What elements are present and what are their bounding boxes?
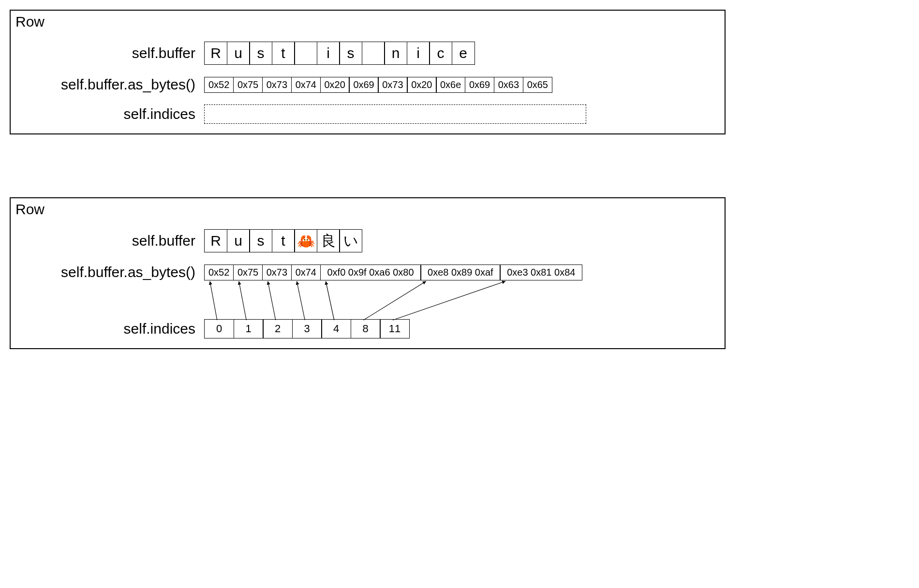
char-cell: R [204,229,227,252]
label-indices: self.indices [15,106,204,122]
buffer-line: self.buffer Rust🦀良い [15,229,720,252]
label-buffer: self.buffer [15,233,204,249]
row-diagram-1: Row self.buffer Rust is nice self.buffer… [10,10,726,134]
bytes-cells: 0x520x750x730x740xf0 0x9f 0xa6 0x800xe8 … [204,265,582,280]
svg-line-6 [393,281,505,321]
indices-line: self.indices [15,104,720,124]
row-title: Row [15,201,720,218]
index-cell: 8 [351,319,381,338]
byte-cell: 0x75 [233,77,263,93]
char-cell: い [339,229,362,252]
byte-cell: 0x63 [494,77,523,93]
char-cell: n [384,42,407,65]
buffer-cells: Rust is nice [204,42,475,65]
byte-cell: 0x65 [523,77,552,93]
byte-cell: 0xe3 0x81 0x84 [500,265,582,280]
byte-cell: 0x74 [291,77,321,93]
char-cell: i [317,42,340,65]
index-cell: 0 [204,319,234,338]
index-cell: 11 [380,319,410,338]
byte-cell: 0x52 [204,77,234,93]
indices-line: self.indices 01234811 [15,319,720,338]
byte-cell: 0x20 [320,77,350,93]
index-cell: 3 [292,319,322,338]
char-cell: t [272,229,295,252]
index-cell: 4 [321,319,351,338]
byte-cell: 0xe8 0x89 0xaf [420,265,501,280]
row-title: Row [15,14,720,30]
char-cell: 良 [317,229,340,252]
byte-cell: 0x73 [378,77,407,93]
char-cell: u [227,229,250,252]
byte-cell: 0xf0 0x9f 0xa6 0x80 [320,265,421,280]
byte-cell: 0x74 [291,265,321,280]
buffer-cells: Rust🦀良い [204,229,362,252]
byte-cell: 0x69 [465,77,494,93]
bytes-line: self.buffer.as_bytes() 0x520x750x730x740… [15,76,720,93]
buffer-line: self.buffer Rust is nice [15,42,720,65]
char-cell: s [249,229,272,252]
byte-cell: 0x6e [436,77,465,93]
byte-cell: 0x52 [204,265,234,280]
char-cell [294,42,317,65]
label-indices: self.indices [15,321,204,337]
svg-line-4 [326,281,334,321]
char-cell: c [429,42,452,65]
bytes-cells: 0x520x750x730x740x200x690x730x200x6e0x69… [204,77,552,93]
char-cell: t [272,42,295,65]
char-cell: s [339,42,362,65]
byte-cell: 0x69 [349,77,378,93]
bytes-line: self.buffer.as_bytes() 0x520x750x730x740… [15,264,720,280]
svg-line-0 [210,281,217,321]
label-bytes: self.buffer.as_bytes() [15,264,204,280]
index-cell: 1 [234,319,264,338]
byte-cell: 0x20 [407,77,436,93]
byte-cell: 0x73 [262,77,292,93]
char-cell: i [407,42,430,65]
label-buffer: self.buffer [15,45,204,61]
svg-line-2 [268,281,276,321]
char-cell: s [249,42,272,65]
svg-line-5 [363,281,426,321]
index-cell: 2 [263,319,293,338]
char-cell: 🦀 [294,229,317,252]
indices-cells: 01234811 [204,319,410,338]
indices-empty [204,104,586,124]
svg-line-3 [297,281,305,321]
byte-cell: 0x73 [262,265,292,280]
label-bytes: self.buffer.as_bytes() [15,76,204,93]
svg-line-1 [239,281,246,321]
char-cell: u [227,42,250,65]
char-cell: e [452,42,475,65]
row-diagram-2: Row self.buffer Rust🦀良い self.buffer.as_b… [10,197,726,349]
char-cell: R [204,42,227,65]
byte-cell: 0x75 [233,265,263,280]
char-cell [362,42,385,65]
